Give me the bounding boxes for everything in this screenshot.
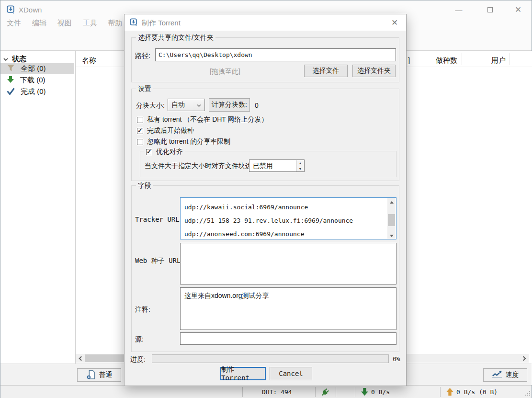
source-label: 源: bbox=[135, 335, 144, 344]
comment-label: 注释: bbox=[135, 306, 150, 314]
speed-button[interactable]: 速度 bbox=[483, 368, 527, 382]
speed-chart-icon bbox=[492, 370, 502, 380]
checkbox-icon[interactable] bbox=[146, 149, 152, 155]
dialog-title-bar: 制作 Torrent ✕ bbox=[125, 14, 406, 31]
column-name[interactable]: 名称 bbox=[82, 56, 96, 65]
upload-speed-icon bbox=[446, 387, 454, 398]
cancel-button[interactable]: Cancel bbox=[270, 367, 312, 380]
progress-bar bbox=[152, 354, 389, 363]
download-arrow-icon bbox=[7, 76, 14, 85]
column-separator bbox=[462, 53, 462, 65]
dht-status: DHT: 494 bbox=[262, 388, 292, 396]
select-folder-button[interactable]: 选择文件夹 bbox=[352, 65, 396, 77]
chevron-down-icon bbox=[197, 101, 201, 109]
column-separator bbox=[509, 53, 509, 65]
menu-help[interactable]: 帮助 bbox=[108, 19, 123, 28]
column-seeds[interactable]: 做种数 bbox=[436, 56, 457, 65]
maximize-button[interactable] bbox=[482, 3, 498, 16]
collapse-chevron-icon bbox=[3, 55, 8, 63]
sidebar-item-label: 下载 (0) bbox=[20, 76, 45, 85]
menu-file[interactable]: 文件 bbox=[7, 19, 21, 28]
spin-up-icon: ▲ bbox=[299, 161, 302, 165]
sidebar-item-label: 完成 (0) bbox=[21, 87, 46, 96]
dialog-close-button[interactable]: ✕ bbox=[387, 16, 402, 29]
file-group-legend: 选择要共享的文件/文件夹 bbox=[136, 34, 215, 42]
checkbox-icon[interactable] bbox=[137, 139, 143, 145]
sidebar-header-label: 状态 bbox=[12, 55, 26, 64]
progress-percent: 0% bbox=[393, 355, 400, 363]
doc-gear-icon bbox=[86, 370, 96, 381]
path-input[interactable]: C:\Users\qq\Desktop\xdown bbox=[155, 48, 396, 61]
dialog-logo-icon bbox=[130, 18, 138, 28]
menu-tools[interactable]: 工具 bbox=[83, 19, 97, 28]
comment-textarea[interactable]: 这里来自xdown.org测试分享 bbox=[180, 287, 396, 330]
scroll-right-button[interactable] bbox=[520, 354, 529, 363]
align-boundary-label: 当文件大于指定大小时对齐文件块边界: bbox=[145, 162, 260, 171]
checkbox-icon[interactable] bbox=[137, 128, 143, 134]
app-root: XDown — ✕ 文件 编辑 视图 工具 帮助 bbox=[0, 0, 532, 398]
dialog-close-icon: ✕ bbox=[391, 18, 398, 28]
piece-size-select[interactable]: 自动 bbox=[168, 99, 205, 111]
scroll-left-button[interactable] bbox=[76, 354, 85, 363]
calc-pieces-button[interactable]: 计算分块数: bbox=[209, 98, 250, 112]
spin-down-button[interactable]: ▼ bbox=[296, 166, 304, 171]
download-speed: 0 B/s bbox=[371, 388, 390, 396]
align-threshold-spinner[interactable]: 已禁用 ▲ ▼ bbox=[249, 159, 305, 172]
download-speed-icon bbox=[361, 387, 369, 398]
tracker-scrollbar[interactable] bbox=[387, 198, 396, 239]
checkbox-icon[interactable] bbox=[137, 117, 143, 123]
menu-view[interactable]: 视图 bbox=[57, 19, 72, 28]
checkbox-label: 忽略此 torrent 的分享率限制 bbox=[147, 137, 230, 146]
cancel-label: Cancel bbox=[279, 370, 303, 377]
piece-size-label: 分块大小: bbox=[136, 102, 165, 110]
webseed-url-textarea[interactable] bbox=[180, 243, 396, 284]
piece-size-value: 自动 bbox=[171, 101, 185, 109]
normal-label: 普通 bbox=[99, 371, 113, 379]
triangle-down-icon bbox=[390, 235, 394, 237]
calc-pieces-label: 计算分块数: bbox=[212, 101, 247, 109]
sidebar-header[interactable]: 状态 bbox=[3, 54, 26, 64]
sidebar-item-all[interactable]: 全部 (0) bbox=[0, 63, 74, 74]
select-file-button[interactable]: 选择文件 bbox=[304, 65, 348, 77]
scroll-down-button[interactable] bbox=[387, 232, 396, 239]
scroll-up-button[interactable] bbox=[387, 198, 396, 206]
ignore-ratio-checkbox[interactable]: 忽略此 torrent 的分享率限制 bbox=[137, 137, 230, 146]
dialog-title: 制作 Torrent bbox=[142, 19, 181, 28]
close-icon: ✕ bbox=[515, 5, 521, 15]
webseed-url-label: Web 种子 URL: bbox=[135, 257, 185, 265]
status-separator bbox=[440, 387, 441, 397]
status-separator bbox=[315, 387, 316, 397]
spinner-buttons: ▲ ▼ bbox=[296, 160, 304, 171]
fields-group-legend: 字段 bbox=[136, 182, 153, 190]
spin-up-button[interactable]: ▲ bbox=[296, 160, 304, 166]
sidebar-item-completed[interactable]: 完成 (0) bbox=[0, 86, 74, 97]
column-peers[interactable]: 用户 bbox=[491, 56, 506, 65]
status-separator bbox=[336, 387, 336, 397]
private-torrent-checkbox[interactable]: 私有 torrent （不会在 DHT 网络上分发） bbox=[137, 115, 268, 124]
resize-grip[interactable] bbox=[525, 390, 531, 398]
normal-mode-button[interactable]: 普通 bbox=[77, 368, 121, 382]
select-file-label: 选择文件 bbox=[313, 67, 340, 75]
optimize-align-checkbox[interactable]: 优化对齐 bbox=[144, 148, 185, 156]
comment-value: 这里来自xdown.org测试分享 bbox=[184, 291, 392, 300]
status-bar: DHT: 494 0 B/s 0 B/s (0 B) bbox=[0, 385, 532, 398]
column-partial: ] bbox=[408, 56, 410, 64]
sidebar-item-downloading[interactable]: 下载 (0) bbox=[0, 75, 74, 86]
menu-edit[interactable]: 编辑 bbox=[32, 19, 46, 28]
tracker-url-textarea[interactable]: udp://kawaii.social:6969/announce udp://… bbox=[180, 197, 396, 239]
close-button[interactable]: ✕ bbox=[510, 3, 526, 16]
scrollbar-thumb[interactable] bbox=[388, 214, 395, 226]
seed-after-checkbox[interactable]: 完成后开始做种 bbox=[137, 126, 194, 135]
filter-funnel-icon bbox=[7, 64, 15, 73]
source-input[interactable] bbox=[180, 332, 396, 345]
triangle-up-icon bbox=[390, 201, 394, 204]
checkbox-label: 私有 torrent （不会在 DHT 网络上分发） bbox=[147, 115, 268, 124]
minimize-button[interactable]: — bbox=[451, 3, 467, 16]
sidebar-item-label: 全部 (0) bbox=[21, 64, 46, 73]
status-separator bbox=[355, 387, 355, 397]
make-torrent-button[interactable]: 制作 Torrent bbox=[220, 367, 266, 380]
checkbox-label: 优化对齐 bbox=[156, 148, 183, 156]
minimize-icon: — bbox=[455, 6, 463, 14]
upload-speed: 0 B/s (0 B) bbox=[456, 388, 498, 396]
maximize-icon bbox=[487, 7, 493, 12]
